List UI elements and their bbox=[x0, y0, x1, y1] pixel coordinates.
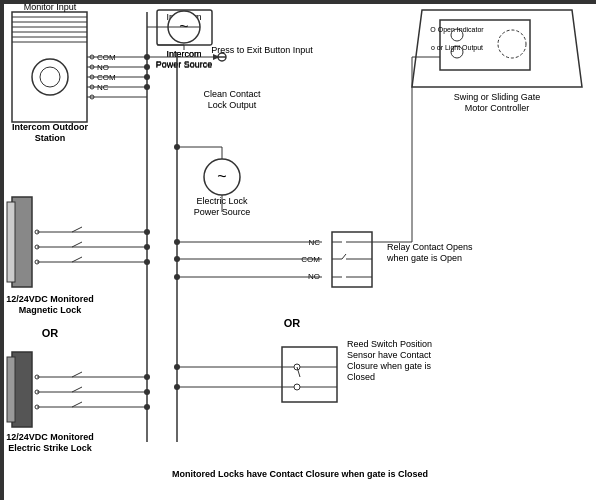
svg-point-146 bbox=[174, 364, 180, 370]
svg-point-145 bbox=[174, 274, 180, 280]
svg-point-147 bbox=[174, 384, 180, 390]
svg-point-144 bbox=[174, 256, 180, 262]
svg-point-132 bbox=[144, 54, 150, 60]
svg-text:Monitor Input: Monitor Input bbox=[24, 2, 77, 12]
svg-point-141 bbox=[144, 389, 150, 395]
svg-text:Clean Contact: Clean Contact bbox=[203, 89, 261, 99]
svg-rect-105 bbox=[282, 347, 337, 402]
svg-text:Reed Switch Position: Reed Switch Position bbox=[347, 339, 432, 349]
svg-point-142 bbox=[144, 404, 150, 410]
svg-text:Motor Controller: Motor Controller bbox=[465, 103, 530, 113]
svg-point-9 bbox=[40, 67, 60, 87]
svg-text:when gate is Open: when gate is Open bbox=[386, 253, 462, 263]
svg-text:Electric Strike Lock: Electric Strike Lock bbox=[8, 443, 93, 453]
svg-text:Closed: Closed bbox=[347, 372, 375, 382]
svg-text:Intercom Outdoor: Intercom Outdoor bbox=[12, 122, 88, 132]
svg-text:OR: OR bbox=[42, 327, 59, 339]
svg-text:~: ~ bbox=[217, 168, 226, 185]
svg-text:O Open Indicator: O Open Indicator bbox=[430, 26, 484, 34]
svg-text:Magnetic Lock: Magnetic Lock bbox=[19, 305, 83, 315]
svg-point-107 bbox=[294, 384, 300, 390]
svg-point-140 bbox=[144, 374, 150, 380]
svg-point-134 bbox=[144, 74, 150, 80]
svg-point-138 bbox=[144, 244, 150, 250]
svg-point-135 bbox=[144, 84, 150, 90]
svg-text:12/24VDC Monitored: 12/24VDC Monitored bbox=[6, 294, 94, 304]
svg-text:Sensor have Contact: Sensor have Contact bbox=[347, 350, 432, 360]
svg-text:Swing or Sliding Gate: Swing or Sliding Gate bbox=[454, 92, 541, 102]
svg-text:12/24VDC Monitored: 12/24VDC Monitored bbox=[6, 432, 94, 442]
svg-text:OR: OR bbox=[284, 317, 301, 329]
svg-text:Station: Station bbox=[35, 133, 66, 143]
svg-text:Power Source: Power Source bbox=[156, 60, 213, 70]
wiring-diagram: Monitor Input COM NO COM NC Intercom Out… bbox=[0, 0, 596, 500]
svg-text:Monitored Locks have Contact C: Monitored Locks have Contact Closure whe… bbox=[172, 469, 428, 479]
svg-point-143 bbox=[174, 239, 180, 245]
svg-point-123 bbox=[498, 30, 526, 58]
svg-text:Press to Exit Button Input: Press to Exit Button Input bbox=[211, 45, 313, 55]
svg-point-133 bbox=[144, 64, 150, 70]
svg-point-137 bbox=[144, 229, 150, 235]
svg-text:o or Light Output: o or Light Output bbox=[431, 44, 483, 52]
svg-text:Lock Output: Lock Output bbox=[208, 100, 257, 110]
svg-text:Relay Contact Opens: Relay Contact Opens bbox=[387, 242, 473, 252]
svg-point-136 bbox=[174, 144, 180, 150]
svg-rect-70 bbox=[7, 357, 15, 422]
svg-rect-62 bbox=[7, 202, 15, 282]
svg-point-139 bbox=[144, 259, 150, 265]
svg-text:Closure when gate is: Closure when gate is bbox=[347, 361, 432, 371]
